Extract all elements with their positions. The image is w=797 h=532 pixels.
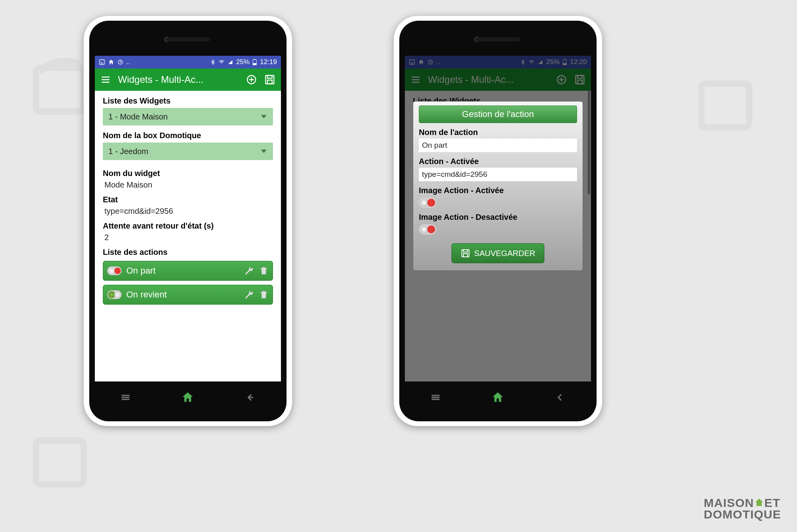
recent-apps-button[interactable] xyxy=(430,391,442,403)
trash-icon[interactable] xyxy=(259,266,269,276)
box-label: Nom de la box Domotique xyxy=(103,131,273,140)
toggle-icon xyxy=(107,290,122,299)
battery-text: 25% xyxy=(236,58,249,66)
screen-left: .. 25% 12:19 Widgets - Multi-Ac... xyxy=(95,56,281,381)
home-button[interactable] xyxy=(491,391,505,404)
image-icon xyxy=(99,59,105,65)
app-bar: Widgets - Multi-Ac... xyxy=(95,68,281,91)
widgets-list-value: 1 - Mode Maison xyxy=(108,112,168,121)
svg-rect-3 xyxy=(100,60,104,65)
watermark-icon xyxy=(689,64,769,143)
phone-left: .. 25% 12:19 Widgets - Multi-Ac... xyxy=(84,16,292,426)
svg-rect-23 xyxy=(463,254,467,257)
svg-rect-11 xyxy=(267,80,272,84)
sync-icon xyxy=(117,59,124,65)
svg-rect-6 xyxy=(254,59,256,60)
action-name: On part xyxy=(126,266,239,276)
soft-keys xyxy=(405,386,591,409)
action-dialog: Gestion de l'action Nom de l'action On p… xyxy=(413,101,583,271)
box-value: 1 - Jeedom xyxy=(108,147,148,156)
svg-rect-7 xyxy=(253,63,257,65)
widget-name-label: Nom du widget xyxy=(103,169,273,178)
bluetooth-icon xyxy=(210,59,216,65)
svg-rect-2 xyxy=(36,440,84,484)
wait-label: Attente avant retour d'état (s) xyxy=(103,221,273,231)
clock: 12:19 xyxy=(260,58,277,66)
save-icon xyxy=(461,248,470,258)
action-row[interactable]: On part xyxy=(103,261,273,281)
signal-icon xyxy=(228,59,233,65)
chevron-down-icon xyxy=(261,149,267,154)
image-off-label: Image Action - Desactivée xyxy=(419,213,577,222)
battery-icon xyxy=(252,59,257,65)
wrench-icon[interactable] xyxy=(244,266,254,276)
svg-rect-10 xyxy=(267,76,272,78)
phone-speaker xyxy=(166,37,210,41)
svg-rect-22 xyxy=(463,250,467,252)
content-left: Liste des Widgets 1 - Mode Maison Nom de… xyxy=(95,91,281,381)
toggle-icon xyxy=(107,266,122,275)
brand-logo: maisonet domotique xyxy=(704,497,781,520)
action-on-label: Action - Activée xyxy=(419,157,577,166)
image-off-toggle[interactable] xyxy=(419,224,436,235)
actions-label: Liste des actions xyxy=(103,248,273,257)
action-on-input[interactable]: type=cmd&id=2956 xyxy=(419,168,577,181)
widget-name-value[interactable]: Mode Maison xyxy=(103,178,273,190)
wrench-icon[interactable] xyxy=(244,289,254,300)
app-title: Widgets - Multi-Ac... xyxy=(118,74,239,85)
image-on-label: Image Action - Activée xyxy=(419,186,577,195)
recent-apps-button[interactable] xyxy=(120,391,132,403)
dialog-save-label: SAUVEGARDER xyxy=(474,249,535,258)
widgets-list-dropdown[interactable]: 1 - Mode Maison xyxy=(103,108,273,125)
trash-icon[interactable] xyxy=(259,289,269,300)
state-value[interactable]: type=cmd&id=2956 xyxy=(103,204,273,216)
svg-rect-0 xyxy=(36,68,84,111)
phone-right: .. 25% 12:20 Widgets - Multi-Ac... xyxy=(394,16,602,426)
home-button[interactable] xyxy=(181,391,194,404)
action-name-input[interactable]: On part xyxy=(419,139,577,152)
save-icon[interactable] xyxy=(264,74,275,85)
image-on-toggle[interactable] xyxy=(419,198,436,208)
dialog-save-button[interactable]: SAUVEGARDER xyxy=(452,243,544,263)
dialog-title: Gestion de l'action xyxy=(419,106,577,123)
soft-keys xyxy=(95,386,281,409)
box-dropdown[interactable]: 1 - Jeedom xyxy=(103,143,273,160)
back-button[interactable] xyxy=(554,391,566,403)
action-row[interactable]: On revient xyxy=(103,285,273,305)
phone-speaker xyxy=(476,37,520,41)
svg-rect-1 xyxy=(701,84,749,127)
wifi-icon xyxy=(218,59,225,65)
chevron-down-icon xyxy=(261,114,267,119)
page-background: .. 25% 12:19 Widgets - Multi-Ac... xyxy=(0,0,797,532)
action-name: On revient xyxy=(126,289,239,300)
state-label: Etat xyxy=(103,195,273,204)
wait-value[interactable]: 2 xyxy=(103,231,273,242)
action-name-label: Nom de l'action xyxy=(419,128,577,137)
screen-right: .. 25% 12:20 Widgets - Multi-Ac... xyxy=(405,56,591,381)
back-button[interactable] xyxy=(244,391,256,403)
home-icon xyxy=(754,497,764,508)
widgets-list-label: Liste des Widgets xyxy=(103,96,273,106)
watermark-icon xyxy=(24,421,104,500)
add-icon[interactable] xyxy=(246,74,257,85)
home-icon xyxy=(108,59,114,65)
menu-icon[interactable] xyxy=(100,74,111,85)
status-bar: .. 25% 12:19 xyxy=(95,56,281,68)
